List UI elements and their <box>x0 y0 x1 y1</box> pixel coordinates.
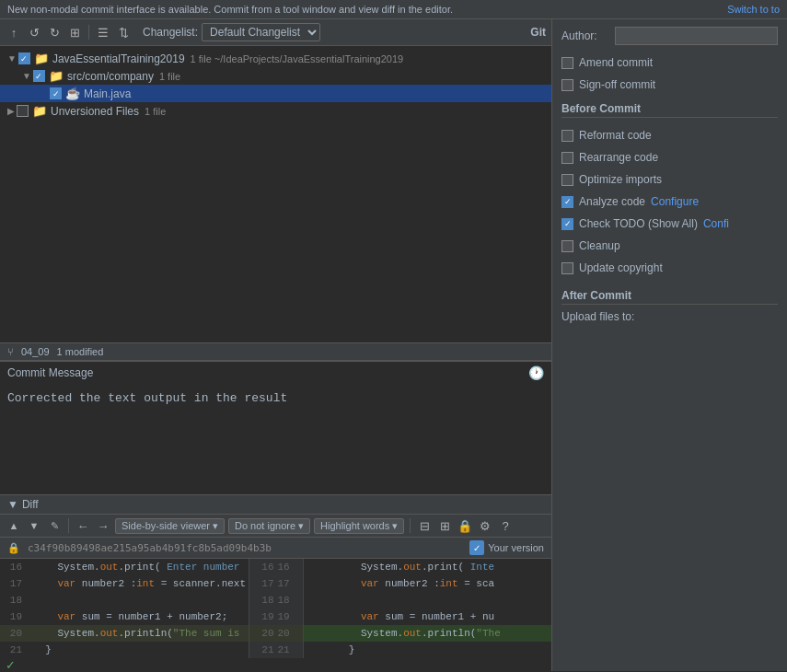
cleanup-checkbox[interactable] <box>561 240 573 252</box>
folder-icon-src: 📁 <box>49 69 64 83</box>
tree-item-meta-root: 1 file ~/IdeaProjects/JavaEssentialTrain… <box>191 53 404 64</box>
commit-hash: c34f90b89498ae215a95ab4b91fc8b5ad09b4b3b <box>28 542 272 554</box>
checkbox-unversioned[interactable] <box>17 105 29 117</box>
diff-toolbar: ▲ ▼ ✎ ← → Side-by-side viewer ▾ Do not i… <box>0 515 551 538</box>
help-diff-icon[interactable]: ? <box>497 517 514 534</box>
diff-commit-hash-row: 🔒 c34f90b89498ae215a95ab4b91fc8b5ad09b4b… <box>0 538 551 559</box>
cleanup-row: Cleanup <box>561 238 778 254</box>
lock-diff-icon[interactable]: 🔒 <box>457 517 473 534</box>
notification-text: New non-modal commit interface is availa… <box>7 4 453 15</box>
update-copyright-checkbox[interactable] <box>561 262 573 274</box>
diff-line-right-19: var sum = number1 + nu <box>304 608 552 625</box>
tree-item-root[interactable]: ▼ 📁 JavaEssentialTraining2019 1 file ~/I… <box>0 50 551 67</box>
diff-line-left-21: 21 } <box>0 642 249 658</box>
rearrange-code-checkbox[interactable] <box>561 152 573 164</box>
redo-icon[interactable]: ↻ <box>46 24 63 41</box>
author-row: Author: <box>561 27 778 45</box>
sort-icon[interactable]: ☰ <box>95 24 111 41</box>
optimize-imports-row: Optimize imports <box>561 171 778 188</box>
toolbar-separator <box>88 25 89 40</box>
tree-item-main[interactable]: ☕ Main.java <box>0 85 551 102</box>
amend-commit-checkbox[interactable] <box>561 57 573 69</box>
amend-commit-label: Amend commit <box>579 56 653 69</box>
add-icon[interactable]: ↑ <box>6 24 22 41</box>
folder-icon-root: 📁 <box>34 52 49 65</box>
diff-down-icon[interactable]: ▼ <box>26 517 42 534</box>
settings-diff-icon[interactable]: ⚙ <box>477 517 493 534</box>
undo-icon[interactable]: ↺ <box>26 24 42 41</box>
green-tick-icon: ✓ <box>6 658 16 672</box>
author-input[interactable] <box>615 27 778 45</box>
diff-content: 16 System.out.print( Enter number 17 var… <box>0 559 551 658</box>
expand-arrow-root[interactable]: ▼ <box>7 53 17 64</box>
java-icon-main: ☕ <box>65 87 80 100</box>
rearrange-code-label: Rearrange code <box>579 151 658 164</box>
before-commit-title: Before Commit <box>561 98 778 118</box>
merge-icon[interactable]: ⊞ <box>66 24 83 41</box>
check-todo-checkbox[interactable] <box>561 218 573 230</box>
green-tick-area: ✓ <box>0 658 551 671</box>
commit-section: Commit Message 🕐 Corrected the text outp… <box>0 361 551 494</box>
tree-item-src[interactable]: ▼ 📁 src/com/company 1 file <box>0 67 551 85</box>
diff-line-right-20: System.out.println("The <box>304 625 552 642</box>
viewer-selector[interactable]: Side-by-side viewer ▾ <box>115 518 225 534</box>
tree-item-name-src: src/com/company <box>67 70 154 83</box>
tree-item-name-root: JavaEssentialTraining2019 <box>52 52 185 65</box>
update-copyright-row: Update copyright <box>561 260 778 276</box>
checkbox-root[interactable] <box>18 52 30 64</box>
commit-textarea[interactable]: Corrected the text output in the result <box>0 384 551 494</box>
viewer-dropdown-icon: ▾ <box>213 520 218 532</box>
file-tree: ▼ 📁 JavaEssentialTraining2019 1 file ~/I… <box>0 46 551 342</box>
ignore-selector[interactable]: Do not ignore ▾ <box>228 518 310 534</box>
changelist-select[interactable]: Default Changelist <box>202 23 320 41</box>
branch-icon: ⑂ <box>7 346 14 357</box>
diff-line-left-19: 19 var sum = number1 + number2; <box>0 608 249 625</box>
diff-label: Diff <box>22 498 39 511</box>
analyze-code-checkbox[interactable] <box>561 196 573 208</box>
right-panel: Author: Amend commit Sign-off commit Bef… <box>552 19 787 671</box>
check-todo-config-link[interactable]: Confi <box>703 217 729 230</box>
checkmark-badge: ✓ <box>469 540 484 555</box>
folder-icon-unversioned: 📁 <box>32 104 47 118</box>
analyze-code-row: Analyze code Configure <box>561 193 778 210</box>
diff-edit-icon[interactable]: ✎ <box>46 517 63 534</box>
optimize-imports-checkbox[interactable] <box>561 174 573 186</box>
checkbox-src[interactable] <box>33 70 45 82</box>
branch-bar: ⑂ 04_09 1 modified <box>0 342 551 361</box>
tree-item-unversioned[interactable]: ▶ 📁 Unversioned Files 1 file <box>0 102 551 120</box>
diff-next-icon[interactable]: → <box>95 517 111 534</box>
analyze-code-configure-link[interactable]: Configure <box>651 195 699 208</box>
expand-arrow-src[interactable]: ▼ <box>22 71 31 81</box>
viewer-label: Side-by-side viewer <box>122 520 210 531</box>
expand-diffs-icon[interactable]: ⊞ <box>436 517 453 534</box>
reformat-code-label: Reformat code <box>579 129 652 142</box>
diff-up-icon[interactable]: ▲ <box>6 517 22 534</box>
collapse-diffs-icon[interactable]: ⊟ <box>416 517 433 534</box>
expand-arrow-unversioned[interactable]: ▶ <box>7 106 15 116</box>
cleanup-label: Cleanup <box>579 239 620 252</box>
diff-toolbar-sep1 <box>68 518 69 533</box>
diff-prev-icon[interactable]: ← <box>75 517 91 534</box>
tree-item-meta-unversioned: 1 file <box>145 106 166 117</box>
tree-item-name-unversioned: Unversioned Files <box>51 105 139 118</box>
lock-icon: 🔒 <box>7 542 20 554</box>
reformat-code-checkbox[interactable] <box>561 130 573 142</box>
analyze-code-label: Analyze code <box>579 195 645 208</box>
diff-line-right-21: } <box>304 642 552 658</box>
optimize-imports-label: Optimize imports <box>579 173 662 186</box>
ignore-dropdown-icon: ▾ <box>298 520 304 532</box>
group-icon[interactable]: ⇅ <box>115 24 132 41</box>
left-panel: ↑ ↺ ↻ ⊞ ☰ ⇅ Changelist: Default Changeli… <box>0 19 552 671</box>
signoff-commit-checkbox[interactable] <box>561 79 573 91</box>
history-icon[interactable]: 🕐 <box>528 365 544 380</box>
diff-gutter: 16 16 17 17 18 18 19 19 <box>249 559 304 658</box>
after-commit-section: After Commit Upload files to: <box>561 285 778 325</box>
highlight-selector[interactable]: Highlight words ▾ <box>314 518 404 534</box>
your-version: ✓ Your version <box>469 540 544 555</box>
checkbox-main[interactable] <box>50 87 62 99</box>
highlight-dropdown-icon: ▾ <box>392 520 398 532</box>
switch-link[interactable]: Switch to to <box>727 4 780 15</box>
diff-right: System.out.print( Inte var number2 :int … <box>304 559 552 658</box>
update-copyright-label: Update copyright <box>579 261 663 274</box>
collapse-icon[interactable]: ▼ <box>7 498 18 511</box>
